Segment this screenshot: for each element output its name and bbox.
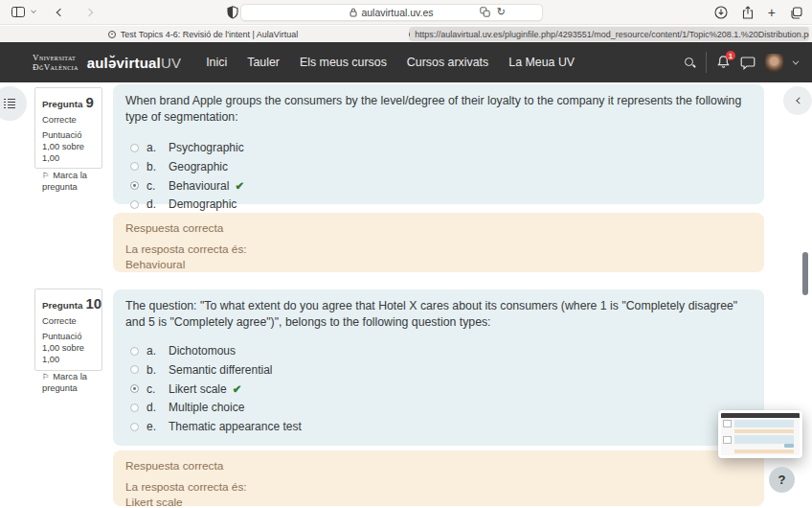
option-b[interactable]: b. Semantic differential <box>130 360 752 380</box>
radio-icon[interactable] <box>130 347 139 356</box>
aulavirtual-brand[interactable]: aulə̆virtualUV <box>87 55 181 71</box>
share-icon[interactable] <box>742 6 754 19</box>
help-button[interactable]: ? <box>769 467 795 493</box>
radio-selected-icon[interactable] <box>130 181 139 190</box>
flag-question-link[interactable]: ⚐ Marca la pregunta <box>42 170 95 193</box>
privacy-shield-icon[interactable] <box>227 6 238 19</box>
list-icon <box>4 99 15 109</box>
sidebar-toggle-icon[interactable] <box>11 7 25 17</box>
option-label: Likert scale <box>169 382 227 396</box>
radio-icon[interactable] <box>130 200 139 209</box>
radio-icon[interactable] <box>130 423 139 431</box>
blocks-drawer-toggle[interactable] <box>783 86 812 115</box>
nav-item-tauler[interactable]: Tauler <box>247 56 280 69</box>
question-grade: Puntuació 1,00 sobre 1,00 <box>42 129 95 164</box>
preview-feedback-strip <box>734 450 794 453</box>
nav-item-els-meus-cursos[interactable]: Els meus cursos <box>300 56 387 69</box>
reload-icon[interactable]: ↻ <box>497 6 506 18</box>
logo-line-1: Vniversitat <box>33 53 79 62</box>
option-a[interactable]: a. Dichotomous <box>130 341 752 360</box>
feedback-lead: La resposta correcta és: <box>125 480 752 496</box>
option-c-selected[interactable]: c. Behavioural ✔ <box>130 176 752 196</box>
option-b[interactable]: b. Geographic <box>130 157 752 176</box>
feedback-title: Respuesta correcta <box>125 221 752 235</box>
answer-options: a. Dichotomous b. Semantic differential … <box>125 341 752 435</box>
question-state: Correcte <box>42 315 95 327</box>
option-letter: d. <box>147 401 161 414</box>
option-letter: d. <box>147 197 161 211</box>
user-avatar[interactable] <box>765 54 783 72</box>
option-letter: b. <box>147 363 161 377</box>
screen-share-preview[interactable] <box>718 410 802 458</box>
option-d[interactable]: d. Multiple choice <box>130 398 752 417</box>
quiz-nav-drawer-toggle[interactable] <box>0 86 27 121</box>
site-header: Vniversitat ĐğValència aulə̆virtualUV In… <box>0 42 812 82</box>
option-letter: b. <box>147 160 161 173</box>
browser-toolbar: aulavirtual.uv.es ↻ <box>0 0 812 25</box>
option-label: Multiple choice <box>169 401 244 414</box>
header-divider <box>706 52 707 73</box>
feedback-lead: La resposta correcta és: <box>125 242 752 258</box>
tab-bar: Test Topics 4-6: Revisió de l'intent | A… <box>0 26 812 42</box>
flag-icon: ⚐ <box>42 372 50 381</box>
option-label: Demographic <box>169 197 237 211</box>
correct-check-icon: ✔ <box>235 179 244 193</box>
option-label: Semantic differential <box>169 363 273 377</box>
feedback-9-box: Respuesta correcta La resposta correcta … <box>113 213 764 272</box>
question-number: 9 <box>85 94 93 110</box>
url-bar[interactable]: aulavirtual.uv.es ↻ <box>240 4 543 21</box>
nav-item-la-meua-uv[interactable]: La Meua UV <box>508 56 575 69</box>
question-label: Pregunta <box>42 300 82 311</box>
radio-icon[interactable] <box>130 365 139 374</box>
correct-check-icon: ✔ <box>233 382 242 396</box>
favicon-uv <box>108 31 116 38</box>
radio-icon[interactable] <box>130 404 139 412</box>
question-info-10: Pregunta 10 Correcte Puntuació 1,00 sobr… <box>34 289 102 371</box>
user-menu-chevron-icon[interactable] <box>793 58 800 65</box>
messages-icon[interactable] <box>740 56 756 70</box>
quiz-review-page: Pregunta 9 Correcte Puntuació 1,00 sobre… <box>0 82 812 508</box>
answer-options: a. Psychographic b. Geographic c. Behavi… <box>125 138 752 214</box>
option-d[interactable]: d. Demographic <box>130 195 752 214</box>
radio-icon[interactable] <box>130 144 139 152</box>
logo-line-2: ĐğValència <box>33 62 79 72</box>
scrollbar-thumb[interactable] <box>802 252 808 295</box>
downloads-icon[interactable] <box>714 6 728 19</box>
tab-inactive[interactable]: https://aulavirtual.uv.es/pluginfile.php… <box>409 27 809 41</box>
radio-icon[interactable] <box>130 162 139 171</box>
preview-page-thumbnail <box>721 413 800 455</box>
option-label: Geographic <box>169 160 228 173</box>
flag-question-link[interactable]: ⚐ Marca la pregunta <box>42 371 95 394</box>
option-label: Thematic appearance test <box>169 420 302 433</box>
notification-badge: 1 <box>726 51 735 60</box>
nav-item-inici[interactable]: Inici <box>206 56 227 69</box>
question-number: 10 <box>85 295 102 312</box>
brand-text: aulə̆virtual <box>87 55 161 71</box>
question-9-block: When brand Apple groups the consumers by… <box>113 84 764 204</box>
tab-title: Test Topics 4-6: Revisió de l'intent | A… <box>121 30 298 39</box>
sidebar-chevron-down-icon[interactable] <box>31 8 36 13</box>
nav-item-cursos-arxivats[interactable]: Cursos arxivats <box>407 56 488 69</box>
notifications-bell-icon[interactable]: 1 <box>716 55 731 70</box>
preview-button <box>784 444 794 448</box>
tab-overview-icon[interactable] <box>790 7 802 19</box>
preview-question-strip <box>734 435 794 444</box>
translate-icon[interactable] <box>480 7 490 17</box>
tab-active[interactable]: Test Topics 4-6: Revisió de l'intent | A… <box>0 26 406 42</box>
question-10-block: The question: "To what extent do you agr… <box>113 289 764 446</box>
chevron-left-icon <box>796 97 802 104</box>
option-letter: c. <box>147 179 161 193</box>
search-icon[interactable] <box>684 57 696 69</box>
new-tab-icon[interactable]: + <box>768 6 776 19</box>
option-c-selected[interactable]: c. Likert scale ✔ <box>130 380 752 399</box>
radio-selected-icon[interactable] <box>130 384 139 393</box>
option-a[interactable]: a. Psychographic <box>130 138 752 157</box>
university-logo[interactable]: Vniversitat ĐğValència <box>33 53 79 73</box>
question-state: Correcte <box>42 114 95 126</box>
option-label: Behavioural <box>169 179 229 193</box>
forward-button[interactable] <box>85 8 93 15</box>
option-e[interactable]: e. Thematic appearance test <box>130 417 752 436</box>
question-text: The question: "To what extent do you agr… <box>125 298 752 331</box>
back-button[interactable] <box>56 8 64 15</box>
question-label: Pregunta <box>42 99 82 109</box>
